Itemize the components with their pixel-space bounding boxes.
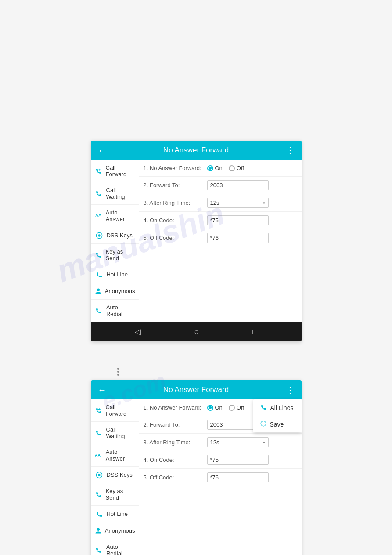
home-nav-1[interactable]: ○ bbox=[194, 327, 199, 337]
content-area-1: 1. No Answer Forward: On Off bbox=[139, 160, 302, 322]
nav-item-call-waiting-2[interactable]: Call Waiting bbox=[91, 422, 139, 444]
nav-item-auto-redial-2[interactable]: Auto Redial bbox=[91, 539, 139, 555]
nav-label-call-waiting-2: Call Waiting bbox=[106, 426, 135, 439]
form-value-3-2: 12s 6s 18s 24s 30s bbox=[207, 437, 297, 447]
back-button-1[interactable]: ← bbox=[96, 145, 108, 156]
form-row-off-code-1: 5. Off Code: bbox=[139, 229, 302, 247]
header-1: ← No Answer Forward ⋮ bbox=[91, 141, 302, 160]
anonymous-icon-2 bbox=[94, 527, 102, 534]
radio-off-label-2: Off bbox=[237, 404, 244, 411]
nav-label-call-forward-1: Call Forward bbox=[106, 164, 135, 178]
nav-item-hot-line-2[interactable]: Hot Line bbox=[91, 506, 139, 522]
radio-off-circle-1 bbox=[229, 165, 235, 171]
nav-label-call-forward-2: Call Forward bbox=[106, 404, 135, 417]
nav-item-key-as-send-1[interactable]: Key as Send bbox=[91, 244, 139, 266]
phone-screen-1: ← No Answer Forward ⋮ Call Forward Call … bbox=[91, 141, 302, 341]
nav-label-anonymous-1: Anonymous bbox=[105, 288, 135, 294]
form-value-3-1: 12s 6s 18s 24s 30s bbox=[207, 198, 297, 208]
header-title-1: No Answer Forward bbox=[108, 146, 284, 155]
svg-point-2 bbox=[98, 234, 100, 236]
nav-label-auto-redial-1: Auto Redial bbox=[106, 304, 135, 317]
phone-body-1: Call Forward Call Waiting AA Auto Answer bbox=[91, 160, 302, 322]
context-dots-menu[interactable] bbox=[117, 368, 119, 376]
nav-item-anonymous-2[interactable]: Anonymous bbox=[91, 522, 139, 539]
hotline-icon-1 bbox=[94, 271, 104, 278]
ring-time-select-2[interactable]: 12s 6s 18s 24s 30s bbox=[207, 437, 269, 447]
nav-item-auto-answer-2[interactable]: AA Auto Answer bbox=[91, 444, 139, 467]
save-icon bbox=[260, 421, 266, 428]
off-code-input-1[interactable] bbox=[207, 233, 269, 243]
ring-time-select-1[interactable]: 12s 6s 18s 24s 30s bbox=[207, 198, 269, 208]
dropdown-item-save[interactable]: Save bbox=[253, 416, 302, 432]
recent-nav-1[interactable]: □ bbox=[252, 327, 257, 337]
radio-group-1: On Off bbox=[207, 165, 244, 171]
more-button-1[interactable]: ⋮ bbox=[284, 145, 296, 156]
form-row-off-code-2: 5. Off Code: bbox=[139, 469, 302, 486]
sidebar-nav-2: Call Forward Call Waiting AA Auto Answer bbox=[91, 399, 139, 555]
nav-item-dss-keys-2[interactable]: DSS Keys bbox=[91, 467, 139, 483]
radio-on-1[interactable]: On bbox=[207, 165, 223, 171]
nav-label-auto-redial-2: Auto Redial bbox=[106, 544, 135, 555]
nav-label-key-as-send-2: Key as Send bbox=[106, 488, 135, 501]
more-button-2[interactable]: ⋮ bbox=[284, 385, 296, 395]
auto-answer-icon-1: AA bbox=[94, 212, 103, 219]
nav-label-auto-answer-2: Auto Answer bbox=[106, 449, 135, 462]
header-2: ← No Answer Forward ⋮ bbox=[91, 380, 302, 399]
nav-item-auto-redial-1[interactable]: Auto Redial bbox=[91, 300, 139, 322]
form-row-ring-time-1: 3. After Ring Time: 12s 6s 18s 24s 30s bbox=[139, 194, 302, 212]
form-value-1-1: On Off bbox=[207, 165, 297, 171]
svg-point-5 bbox=[98, 474, 100, 476]
form-label-3-2: 3. After Ring Time: bbox=[144, 439, 207, 446]
radio-group-2: On Off bbox=[207, 404, 244, 411]
form-row-on-code-2: 4. On Code: bbox=[139, 451, 302, 469]
dropdown-save-label: Save bbox=[270, 421, 284, 428]
nav-label-hot-line-2: Hot Line bbox=[107, 511, 128, 517]
back-nav-1[interactable]: ◁ bbox=[135, 327, 141, 337]
radio-on-label-1: On bbox=[215, 165, 223, 171]
dropdown-all-lines-label: All Lines bbox=[270, 404, 294, 411]
form-label-1-1: 1. No Answer Forward: bbox=[144, 165, 207, 171]
phone-forward-icon-2 bbox=[94, 407, 103, 414]
phone-forward-icon-1 bbox=[94, 167, 103, 174]
on-code-input-2[interactable] bbox=[207, 455, 269, 465]
form-label-5-2: 5. Off Code: bbox=[144, 474, 207, 481]
radio-off-circle-2 bbox=[229, 405, 235, 411]
nav-item-key-as-send-2[interactable]: Key as Send bbox=[91, 483, 139, 506]
hotline-icon-2 bbox=[94, 511, 104, 518]
nav-item-call-waiting-1[interactable]: Call Waiting bbox=[91, 182, 139, 205]
nav-item-call-forward-1[interactable]: Call Forward bbox=[91, 160, 139, 182]
back-button-2[interactable]: ← bbox=[96, 385, 108, 395]
nav-item-dss-keys-1[interactable]: DSS Keys bbox=[91, 227, 139, 244]
auto-answer-icon-2: AA bbox=[94, 452, 103, 459]
form-value-5-1 bbox=[207, 233, 297, 243]
forward-to-input-1[interactable] bbox=[207, 180, 269, 190]
radio-on-circle-2 bbox=[207, 405, 213, 411]
dropdown-item-all-lines[interactable]: All Lines bbox=[253, 399, 302, 416]
form-label-3-1: 3. After Ring Time: bbox=[144, 200, 207, 206]
form-label-2-1: 2. Forward To: bbox=[144, 182, 207, 189]
nav-label-anonymous-2: Anonymous bbox=[105, 527, 135, 534]
radio-on-label-2: On bbox=[215, 404, 223, 411]
off-code-input-2[interactable] bbox=[207, 472, 269, 482]
form-label-5-1: 5. Off Code: bbox=[144, 235, 207, 241]
phone-screen-2: ← No Answer Forward ⋮ Call Forward Call … bbox=[91, 380, 302, 555]
radio-off-2[interactable]: Off bbox=[229, 404, 244, 411]
form-value-2-1 bbox=[207, 180, 297, 190]
form-label-2-2: 2. Forward To: bbox=[144, 421, 207, 428]
nav-item-call-forward-2[interactable]: Call Forward bbox=[91, 399, 139, 422]
ring-time-select-wrapper-2: 12s 6s 18s 24s 30s bbox=[207, 437, 269, 447]
svg-point-6 bbox=[261, 421, 266, 426]
svg-text:AA: AA bbox=[95, 453, 101, 457]
dropdown-menu-2: All Lines Save bbox=[253, 399, 302, 432]
dss-keys-icon-2 bbox=[94, 472, 104, 479]
nav-bar-1: ◁ ○ □ bbox=[91, 322, 302, 341]
nav-item-anonymous-1[interactable]: Anonymous bbox=[91, 283, 139, 300]
anonymous-icon-1 bbox=[94, 288, 102, 295]
radio-off-1[interactable]: Off bbox=[229, 165, 244, 171]
nav-item-hot-line-1[interactable]: Hot Line bbox=[91, 266, 139, 283]
on-code-input-1[interactable] bbox=[207, 215, 269, 225]
nav-item-auto-answer-1[interactable]: AA Auto Answer bbox=[91, 205, 139, 227]
lines-icon bbox=[260, 404, 267, 412]
radio-off-label-1: Off bbox=[237, 165, 244, 171]
radio-on-2[interactable]: On bbox=[207, 404, 223, 411]
